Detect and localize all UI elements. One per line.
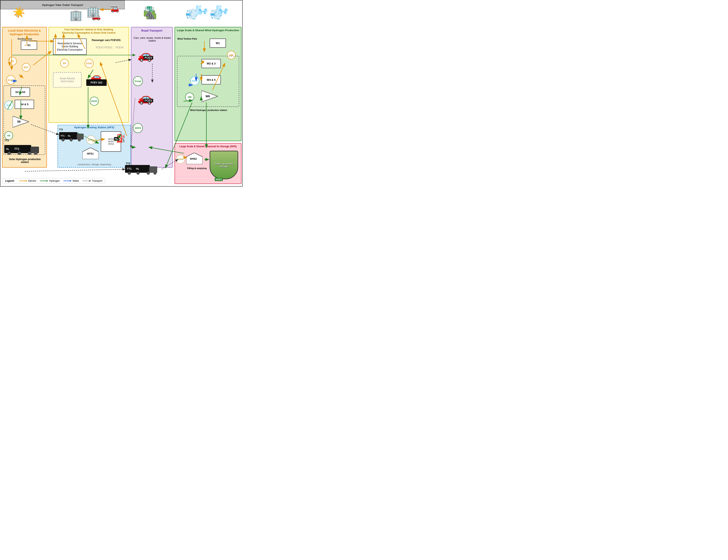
- tt2-bottom-label: TT2: [126, 162, 130, 165]
- hhfs-circle: HHFS: [133, 123, 143, 133]
- hfs-title: Hydrogen Fueling Station (HFS): [58, 125, 131, 130]
- eshs-circle: ESHS: [176, 155, 185, 164]
- wind-turbine-park-label: Wind Turbine Park: [176, 38, 198, 40]
- road-top-icon: 🛣️: [143, 6, 155, 17]
- ev2g-circle: EV2G: [85, 59, 94, 68]
- esurp-circle: Esurp: [6, 75, 15, 85]
- svg-marker-80: [89, 180, 91, 182]
- svg-text:H₂: H₂: [136, 167, 139, 170]
- shs1-label: SHS1: [215, 178, 223, 181]
- shs2-node: SHS2: [186, 153, 202, 165]
- svg-point-27: [128, 172, 131, 175]
- legend-hydrogen: Hydrogen: [40, 179, 60, 182]
- road-panel: 🛣️ Road Transport Cars, vans, buses, tru…: [131, 27, 173, 168]
- svg-point-30: [154, 172, 156, 175]
- svg-point-15: [70, 138, 73, 141]
- turbine-top-right: 🌬️: [216, 4, 229, 17]
- svg-point-14: [62, 138, 64, 141]
- solar-production-outline: [3, 85, 45, 155]
- wind-production-label: Wind Hydrogen production station: [179, 109, 238, 111]
- hv2g-circle: HV2G: [90, 97, 99, 106]
- wind-panel: 💨 💨 Large Scale & Shared Wind Hydrogen P…: [175, 27, 241, 141]
- svg-text:SHS2: SHS2: [190, 157, 197, 160]
- shs-panel: Large Scale & Shared Seasonal H₂ Storage…: [175, 143, 241, 184]
- fcev-panel: 🏢 🚗 FCEV2G Fuel Cell Electric Vehicle to…: [49, 27, 129, 123]
- svg-line-66: [25, 169, 125, 171]
- underground-storage: Under- ground H₂ storage: [210, 151, 238, 179]
- legend-water-label: Water: [73, 179, 79, 182]
- legend: Legend: Electric Hydrogen Water: [2, 178, 105, 184]
- tt1-hfs-truck: TT1 H₂: [59, 131, 85, 142]
- hfs-sub-label: compression, storage, dispensing: [77, 163, 111, 166]
- es-circle: ES: [8, 57, 17, 65]
- h2-dispenser-label: H₂: [114, 137, 119, 141]
- svg-text:H₂: H₂: [68, 135, 71, 137]
- fcev-road-label-top: FCEV: [144, 56, 153, 60]
- building-icon: 🏢: [69, 9, 83, 21]
- building-elec-box: Residential & ServicesSector BuildingEle…: [53, 39, 87, 55]
- hfs1-node: HFS1: [82, 148, 99, 160]
- shs-title: Large Scale & Shared Seasonal H₂ Storage…: [175, 144, 241, 149]
- wind-production-outline: [177, 56, 239, 107]
- svg-rect-26: [149, 167, 157, 173]
- main-diagram: Local Solar Electricity & Hydrogen Produ…: [0, 0, 243, 187]
- svg-point-16: [78, 138, 81, 141]
- svg-text:TT1: TT1: [61, 135, 65, 137]
- solar-panel-title: Local Solar Electricity & Hydrogen Produ…: [2, 28, 46, 37]
- road-panel-title: Road Transport: [131, 28, 172, 33]
- building-top-icon: 🏢: [86, 4, 100, 18]
- svg-marker-78: [70, 180, 72, 182]
- road-subtitle: Cars, vans, buses, trucks & tractor trai…: [132, 37, 172, 42]
- rooftop-solar-label: Rooftop solar: [4, 38, 45, 40]
- fcev-road-car-top: 🚗: [137, 48, 153, 62]
- legend-water: Water: [63, 179, 79, 182]
- legend-hydrogen-label: Hydrogen: [49, 179, 60, 182]
- svg-text:TT1: TT1: [127, 167, 132, 170]
- svg-marker-74: [26, 180, 27, 182]
- legend-label: Legend:: [5, 179, 15, 182]
- fcev-panel-title: Fuel Cell Electric Vehicle to Grid, Buil…: [49, 27, 129, 35]
- solar-panel: Local Solar Electricity & Hydrogen Produ…: [2, 27, 47, 168]
- svg-marker-76: [46, 180, 48, 182]
- transport-title: Hydrogen Tube Trailer Transport: [42, 3, 83, 7]
- hfs-panel: Hydrogen Fueling Station (HFS) TT1 H₂ TT…: [58, 125, 131, 168]
- passenger-cars-label: Passenger cars FCEV2G:: [92, 39, 121, 42]
- fcev-road-label-bottom: FCEV: [144, 99, 153, 102]
- svg-point-28: [137, 172, 139, 175]
- wind-panel-title: Large Scale & Shared Wind Hydrogen Produ…: [175, 28, 241, 33]
- smart-grid-box: Smart ElectricGrid Control: [53, 72, 82, 87]
- legend-transport: Transport: [83, 179, 102, 182]
- legend-transport-label: Transport: [92, 179, 102, 182]
- svg-text:HFS1: HFS1: [87, 152, 94, 155]
- underground-label: Under- ground H₂ storage: [210, 163, 238, 168]
- solar-production-label: Solar Hydrogen production station: [6, 158, 44, 164]
- fcev-road-car-bottom: 🚗: [137, 91, 153, 105]
- hroad-circle: Hroad: [133, 76, 143, 86]
- sun-top-icon: ☀️: [13, 7, 25, 18]
- tt2-hfs-label: TT2: [59, 128, 63, 131]
- filling-label: Filling & emptying: [187, 167, 207, 169]
- fcev1and2-label: FCEV 1&2: [86, 79, 107, 86]
- tt1-bottom-truck: TT1 H₂: [125, 164, 162, 176]
- eb-circle: EB: [60, 59, 69, 68]
- fcev-list: FCEV1 FCEV2 ... FCEV#: [96, 46, 124, 50]
- s1-node: S1: [21, 41, 37, 50]
- svg-point-29: [147, 172, 150, 175]
- legend-electric-label: Electric: [28, 179, 36, 182]
- turbine-top-left: 🌬️: [195, 4, 208, 17]
- legend-electric: Electric: [19, 179, 36, 182]
- edc-circle: EDC: [22, 63, 30, 72]
- svg-rect-13: [77, 134, 83, 139]
- w1-node: W1: [210, 39, 226, 48]
- ehfs-circle: EHFS: [86, 135, 95, 144]
- fcev2g-car-top-label: FCEV2G: [110, 6, 118, 8]
